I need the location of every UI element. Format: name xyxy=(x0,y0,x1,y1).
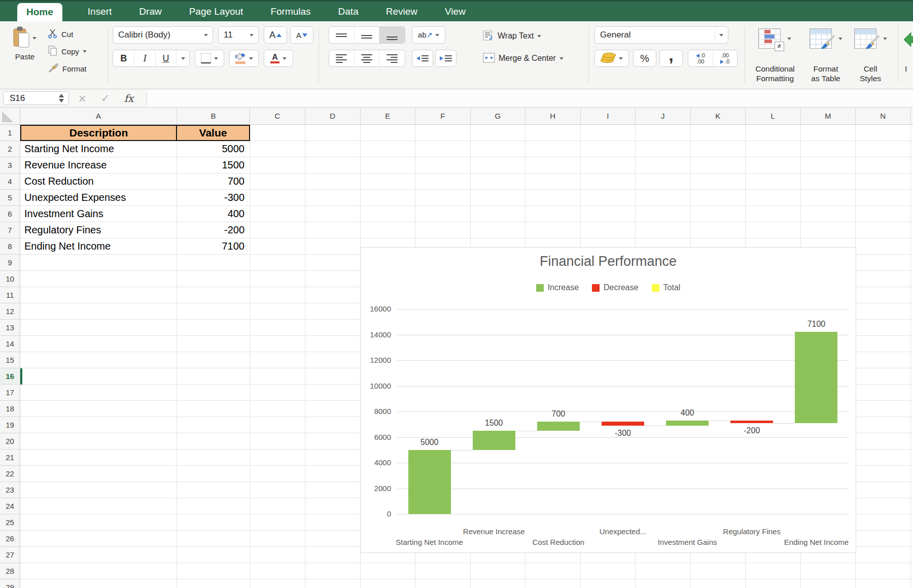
underline-dropdown[interactable] xyxy=(177,50,189,66)
align-bottom-button[interactable] xyxy=(379,27,405,43)
cell-A6[interactable]: Investment Gains xyxy=(20,206,177,222)
cell-B6[interactable]: 400 xyxy=(177,206,250,222)
waterfall-bar-cost-reduction[interactable] xyxy=(537,422,580,431)
row-header-2[interactable]: 2 xyxy=(0,141,20,157)
currency-format-button[interactable] xyxy=(594,50,629,67)
waterfall-chart[interactable]: Financial Performance IncreaseDecreaseTo… xyxy=(360,247,856,553)
cell-A3[interactable]: Revenue Increase xyxy=(20,157,177,174)
decrease-indent-button[interactable] xyxy=(412,50,433,67)
waterfall-bar-unexpected-expenses[interactable] xyxy=(602,422,644,426)
cell-styles-button[interactable] xyxy=(850,27,891,50)
format-as-table-button[interactable] xyxy=(804,27,847,50)
copy-button[interactable]: Copy xyxy=(48,45,87,58)
insert-function-button[interactable]: fx xyxy=(118,89,140,108)
column-header-D[interactable]: D xyxy=(305,108,361,124)
increase-decimal-button[interactable]: .0 .00 xyxy=(688,50,713,66)
row-header-3[interactable]: 3 xyxy=(0,157,20,174)
tab-draw[interactable]: Draw xyxy=(137,2,163,21)
fill-color-button[interactable] xyxy=(229,50,259,67)
borders-button[interactable] xyxy=(195,50,224,67)
waterfall-bar-starting-net-income[interactable] xyxy=(408,450,451,514)
cell-B4[interactable]: 700 xyxy=(177,174,250,190)
align-center-button[interactable] xyxy=(355,50,380,66)
conditional-formatting-button[interactable]: ≠ xyxy=(753,27,796,50)
row-header-9[interactable]: 9 xyxy=(0,255,20,271)
paste-button[interactable]: Paste xyxy=(7,25,43,74)
row-header-7[interactable]: 7 xyxy=(0,222,20,238)
column-header-M[interactable]: M xyxy=(801,108,856,124)
row-header-8[interactable]: 8 xyxy=(0,238,20,255)
table-header-value[interactable]: Value xyxy=(177,126,249,140)
row-header-1[interactable]: 1 xyxy=(0,125,20,141)
row-header-6[interactable]: 6 xyxy=(0,206,20,222)
cell-A4[interactable]: Cost Reduction xyxy=(20,174,177,190)
cut-button[interactable]: Cut xyxy=(48,27,73,41)
select-all-corner[interactable] xyxy=(0,108,20,125)
cell-B2[interactable]: 5000 xyxy=(177,141,250,157)
row-header-12[interactable]: 12 xyxy=(0,303,20,320)
row-header-22[interactable]: 22 xyxy=(0,466,20,482)
font-family-select[interactable]: Calibri (Body) xyxy=(113,26,213,44)
align-right-button[interactable] xyxy=(379,50,405,66)
waterfall-bar-ending-net-income[interactable] xyxy=(795,332,837,423)
row-header-11[interactable]: 11 xyxy=(0,287,20,303)
row-header-28[interactable]: 28 xyxy=(0,563,20,579)
column-header-F[interactable]: F xyxy=(415,108,471,124)
cell-A8[interactable]: Ending Net Income xyxy=(20,238,177,255)
font-color-button[interactable]: A xyxy=(264,50,293,67)
row-header-24[interactable]: 24 xyxy=(0,498,20,514)
increase-indent-button[interactable] xyxy=(435,50,456,67)
name-box[interactable]: S16 xyxy=(3,91,69,105)
align-top-button[interactable] xyxy=(329,27,355,43)
tab-review[interactable]: Review xyxy=(384,2,419,21)
waterfall-bar-revenue-increase[interactable] xyxy=(473,431,515,450)
row-header-29[interactable]: 29 xyxy=(0,579,20,588)
row-header-27[interactable]: 27 xyxy=(0,547,20,563)
italic-button[interactable]: I xyxy=(134,50,155,66)
cell-A2[interactable]: Starting Net Income xyxy=(20,141,177,157)
table-header-description[interactable]: Description xyxy=(21,126,177,140)
percent-style-button[interactable]: % xyxy=(633,50,656,67)
cancel-button[interactable]: × xyxy=(71,89,93,108)
wrap-text-button[interactable]: Wrap Text xyxy=(483,29,541,43)
format-painter-button[interactable]: Format xyxy=(48,62,87,75)
paste-dropdown-caret[interactable] xyxy=(32,37,37,40)
column-header-J[interactable]: J xyxy=(636,108,691,124)
column-header-H[interactable]: H xyxy=(525,108,581,124)
row-header-13[interactable]: 13 xyxy=(0,320,20,336)
waterfall-bar-regulatory-fines[interactable] xyxy=(730,421,773,423)
column-header-K[interactable]: K xyxy=(691,108,746,124)
row-header-26[interactable]: 26 xyxy=(0,531,20,547)
row-header-5[interactable]: 5 xyxy=(0,190,20,206)
cell-A5[interactable]: Unexpected Expenses xyxy=(20,190,177,206)
cell-B5[interactable]: -300 xyxy=(177,190,250,206)
enter-button[interactable]: ✓ xyxy=(94,89,117,108)
column-header-L[interactable]: L xyxy=(746,108,801,124)
name-box-spinner[interactable] xyxy=(59,94,64,102)
tab-insert[interactable]: Insert xyxy=(86,2,114,21)
column-header-E[interactable]: E xyxy=(361,108,416,124)
column-header-G[interactable]: G xyxy=(471,108,526,124)
row-header-20[interactable]: 20 xyxy=(0,433,20,449)
row-header-19[interactable]: 19 xyxy=(0,417,20,433)
row-header-25[interactable]: 25 xyxy=(0,514,20,531)
decrease-decimal-button[interactable]: .00 .0 xyxy=(713,50,738,66)
row-header-10[interactable]: 10 xyxy=(0,271,20,287)
cell-B3[interactable]: 1500 xyxy=(177,157,250,174)
column-header-A[interactable]: A xyxy=(20,108,177,124)
row-header-17[interactable]: 17 xyxy=(0,385,20,401)
row-header-14[interactable]: 14 xyxy=(0,336,20,352)
underline-button[interactable]: U xyxy=(156,50,177,66)
copy-dropdown-caret[interactable] xyxy=(83,50,87,53)
tab-view[interactable]: View xyxy=(443,2,468,21)
row-header-15[interactable]: 15 xyxy=(0,352,20,368)
cell-B8[interactable]: 7100 xyxy=(177,238,250,255)
column-header-C[interactable]: C xyxy=(250,108,305,124)
formula-input[interactable] xyxy=(148,89,913,107)
column-header-B[interactable]: B xyxy=(177,108,250,124)
row-header-21[interactable]: 21 xyxy=(0,449,20,466)
cell-A7[interactable]: Regulatory Fines xyxy=(20,222,177,238)
tab-data[interactable]: Data xyxy=(336,2,361,21)
column-header-N[interactable]: N xyxy=(856,108,911,124)
waterfall-bar-investment-gains[interactable] xyxy=(666,421,709,426)
